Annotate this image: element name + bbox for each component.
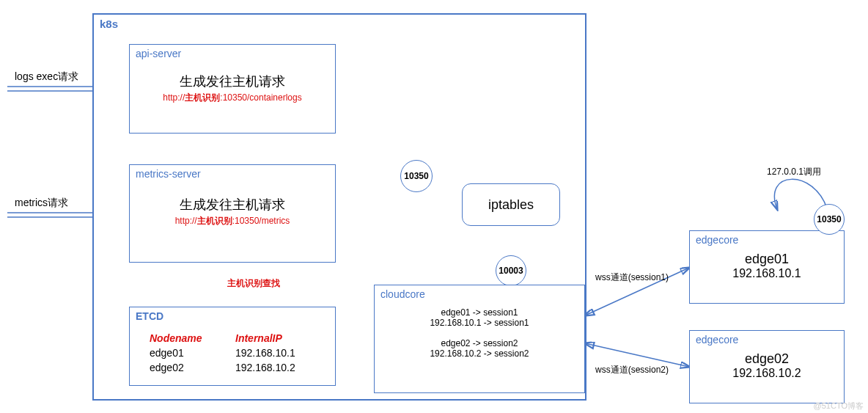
api-server-heading: 生成发往主机请求 — [130, 73, 335, 90]
api-server-url: http://主机识别:10350/containerlogs — [130, 92, 335, 104]
cloudcore-map-l3: edge02 -> session2 — [375, 338, 584, 348]
edgecore2-name: edge02 — [690, 351, 844, 367]
metrics-server-url: http://主机识别:10350/metrics — [130, 215, 335, 227]
api-server-title: api-server — [130, 45, 335, 59]
cloudcore-map-l2: 192.168.10.1 -> session1 — [375, 318, 584, 328]
edgecore2-title: edgecore — [690, 331, 844, 346]
wss-session2-label: wss通道(session2) — [595, 364, 669, 376]
edgecore1-box: edgecore edge01 192.168.10.1 — [689, 230, 845, 304]
iptables-box: iptables — [462, 183, 560, 226]
edgecore1-ip: 192.168.10.1 — [690, 267, 844, 280]
port-10350-edge-node: 10350 — [814, 204, 845, 235]
cloudcore-box: cloudcore edge01 -> session1 192.168.10.… — [374, 285, 585, 393]
cloudcore-map-l1: edge01 -> session1 — [375, 307, 584, 318]
metrics-server-heading: 生成发往主机请求 — [130, 196, 335, 213]
etcd-row: edge01 192.168.10.1 — [145, 346, 326, 359]
etcd-table: Nodename InternalIP edge01 192.168.10.1 … — [144, 330, 327, 376]
edgecore1-title: edgecore — [690, 231, 844, 246]
edgecore2-box: edgecore edge02 192.168.10.2 — [689, 330, 845, 403]
edgecore1-name: edge01 — [690, 252, 844, 267]
etcd-col-internalip: InternalIP — [231, 332, 326, 345]
port-10350-node: 10350 — [400, 160, 433, 192]
port-10003-node: 10003 — [496, 255, 526, 286]
metrics-request-label: metrics请求 — [15, 197, 68, 210]
cloudcore-map-l4: 192.168.10.2 -> session2 — [375, 348, 584, 359]
etcd-title: ETCD — [130, 307, 335, 322]
metrics-server-title: metrics-server — [130, 165, 335, 180]
wss-session1-label: wss通道(session1) — [595, 271, 669, 284]
etcd-col-nodename: Nodename — [145, 332, 229, 345]
etcd-lookup-label: 主机识别查找 — [227, 277, 280, 290]
cloudcore-title: cloudcore — [375, 285, 584, 300]
metrics-server-box: metrics-server 生成发往主机请求 http://主机识别:1035… — [129, 164, 336, 263]
logs-exec-label: logs exec请求 — [15, 70, 78, 84]
etcd-row: edge02 192.168.10.2 — [145, 361, 326, 374]
loopback-label: 127.0.0.1调用 — [767, 166, 821, 178]
watermark: @51CTO博客 — [814, 401, 864, 412]
api-server-box: api-server 生成发往主机请求 http://主机识别:10350/co… — [129, 44, 336, 134]
edgecore2-ip: 192.168.10.2 — [690, 367, 844, 380]
k8s-title: k8s — [94, 15, 585, 30]
